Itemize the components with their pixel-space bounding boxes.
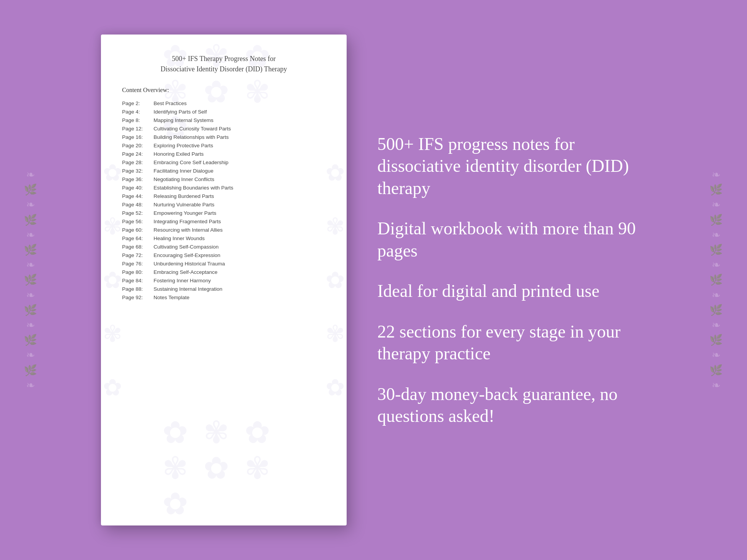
toc-list: Page 2:Best PracticesPage 4:Identifying …	[122, 99, 326, 301]
document-title: 500+ IFS Therapy Progress Notes for Diss…	[122, 54, 326, 74]
toc-item: Page 88:Sustaining Internal Integration	[122, 285, 326, 293]
toc-page-number: Page 12:	[122, 126, 152, 132]
toc-page-number: Page 84:	[122, 278, 152, 283]
feature-text: 500+ IFS progress notes for dissociative…	[377, 133, 646, 199]
toc-section-title: Healing Inner Wounds	[154, 236, 326, 241]
toc-page-number: Page 88:	[122, 286, 152, 292]
toc-page-number: Page 80:	[122, 269, 152, 275]
toc-page-number: Page 32:	[122, 168, 152, 174]
toc-page-number: Page 36:	[122, 176, 152, 182]
document-content: 500+ IFS Therapy Progress Notes for Diss…	[122, 54, 326, 301]
toc-section-title: Encouraging Self-Expression	[154, 252, 326, 258]
feature-text: Digital workbook with more than 90 pages	[377, 217, 646, 262]
toc-item: Page 68:Cultivating Self-Compassion	[122, 242, 326, 251]
toc-item: Page 44:Releasing Burdened Parts	[122, 192, 326, 200]
watermark-left: ✿✾✿✾✿	[103, 159, 122, 401]
toc-item: Page 76:Unburdening Historical Trauma	[122, 259, 326, 268]
toc-page-number: Page 72:	[122, 252, 152, 258]
toc-item: Page 92:Notes Template	[122, 293, 326, 301]
toc-item: Page 2:Best Practices	[122, 99, 326, 107]
toc-section-title: Nurturing Vulnerable Parts	[154, 202, 326, 208]
toc-section-title: Resourcing with Internal Allies	[154, 227, 326, 233]
toc-section-title: Negotiating Inner Conflicts	[154, 176, 326, 182]
toc-item: Page 16:Building Relationships with Part…	[122, 133, 326, 141]
toc-section-title: Mapping Internal Systems	[154, 117, 326, 123]
toc-item: Page 24:Honoring Exiled Parts	[122, 150, 326, 158]
toc-section-title: Building Relationships with Parts	[154, 134, 326, 140]
toc-page-number: Page 48:	[122, 202, 152, 208]
watermark-right: ✿✾✿✾✿	[326, 159, 345, 401]
toc-section-title: Empowering Younger Parts	[154, 210, 326, 216]
toc-page-number: Page 76:	[122, 261, 152, 267]
toc-section-title: Honoring Exiled Parts	[154, 151, 326, 157]
toc-page-number: Page 4:	[122, 109, 152, 115]
toc-page-number: Page 28:	[122, 160, 152, 165]
toc-page-number: Page 24:	[122, 151, 152, 157]
toc-page-number: Page 92:	[122, 295, 152, 300]
toc-item: Page 48:Nurturing Vulnerable Parts	[122, 200, 326, 209]
toc-section-title: Facilitating Inner Dialogue	[154, 168, 326, 174]
toc-item: Page 80:Embracing Self-Acceptance	[122, 268, 326, 276]
toc-page-number: Page 44:	[122, 193, 152, 199]
toc-page-number: Page 68:	[122, 244, 152, 250]
toc-item: Page 52:Empowering Younger Parts	[122, 209, 326, 217]
toc-item: Page 40:Establishing Boundaries with Par…	[122, 183, 326, 192]
toc-item: Page 20:Exploring Protective Parts	[122, 141, 326, 150]
toc-section-title: Identifying Parts of Self	[154, 109, 326, 115]
main-content: ✿ ✾ ✿ ✾ ✿ ✾ ✿ ✿ ✾ ✿ ✾ ✿ ✾ ✿ ✿✾✿✾✿ ✿✾✿✾✿ …	[0, 0, 747, 560]
toc-section-title: Integrating Fragmented Parts	[154, 219, 326, 224]
toc-item: Page 32:Facilitating Inner Dialogue	[122, 166, 326, 175]
toc-item: Page 28:Embracing Core Self Leadership	[122, 158, 326, 166]
features-panel: 500+ IFS progress notes for dissociative…	[377, 133, 646, 427]
toc-page-number: Page 56:	[122, 219, 152, 224]
toc-page-number: Page 8:	[122, 117, 152, 123]
toc-heading: Content Overview:	[122, 87, 326, 94]
toc-item: Page 60:Resourcing with Internal Allies	[122, 226, 326, 234]
toc-page-number: Page 52:	[122, 210, 152, 216]
toc-page-number: Page 60:	[122, 227, 152, 233]
document-preview: ✿ ✾ ✿ ✾ ✿ ✾ ✿ ✿ ✾ ✿ ✾ ✿ ✾ ✿ ✿✾✿✾✿ ✿✾✿✾✿ …	[101, 35, 347, 525]
toc-section-title: Cultivating Curiosity Toward Parts	[154, 126, 326, 132]
toc-section-title: Embracing Core Self Leadership	[154, 160, 326, 165]
toc-page-number: Page 16:	[122, 134, 152, 140]
feature-text: 30-day money-back guarantee, no question…	[377, 383, 646, 427]
toc-item: Page 84:Fostering Inner Harmony	[122, 276, 326, 285]
toc-page-number: Page 20:	[122, 143, 152, 148]
toc-section-title: Embracing Self-Acceptance	[154, 269, 326, 275]
toc-item: Page 64:Healing Inner Wounds	[122, 234, 326, 242]
feature-text: Ideal for digital and printed use	[377, 280, 646, 302]
toc-item: Page 72:Encouraging Self-Expression	[122, 251, 326, 259]
toc-section-title: Cultivating Self-Compassion	[154, 244, 326, 250]
toc-item: Page 4:Identifying Parts of Self	[122, 107, 326, 116]
toc-item: Page 36:Negotiating Inner Conflicts	[122, 175, 326, 183]
toc-section-title: Fostering Inner Harmony	[154, 278, 326, 283]
watermark-bottom: ✿ ✾ ✿ ✾ ✿ ✾ ✿	[162, 415, 285, 522]
feature-text: 22 sections for every stage in your ther…	[377, 321, 646, 365]
toc-section-title: Establishing Boundaries with Parts	[154, 185, 326, 191]
toc-item: Page 8:Mapping Internal Systems	[122, 116, 326, 124]
toc-section-title: Releasing Burdened Parts	[154, 193, 326, 199]
toc-section-title: Sustaining Internal Integration	[154, 286, 326, 292]
toc-page-number: Page 64:	[122, 236, 152, 241]
toc-section-title: Notes Template	[154, 295, 326, 300]
toc-page-number: Page 40:	[122, 185, 152, 191]
toc-item: Page 56:Integrating Fragmented Parts	[122, 217, 326, 226]
toc-section-title: Best Practices	[154, 100, 326, 106]
toc-section-title: Exploring Protective Parts	[154, 143, 326, 148]
toc-item: Page 12:Cultivating Curiosity Toward Par…	[122, 124, 326, 133]
toc-page-number: Page 2:	[122, 100, 152, 106]
toc-section-title: Unburdening Historical Trauma	[154, 261, 326, 267]
